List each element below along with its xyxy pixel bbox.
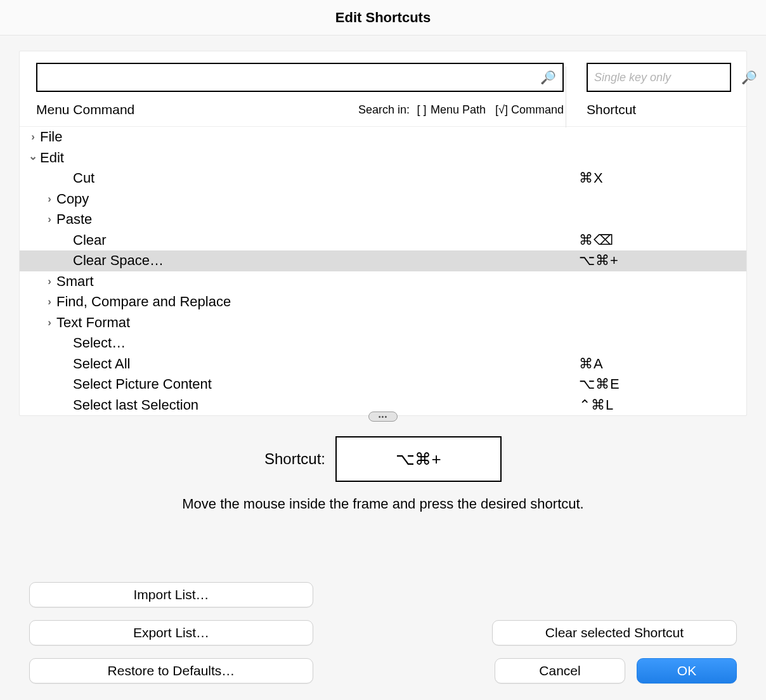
cancel-button[interactable]: Cancel: [495, 658, 625, 684]
shortcut-search-box[interactable]: 🔍: [587, 63, 731, 92]
tree-row[interactable]: Edit: [20, 148, 746, 169]
command-name: Smart: [56, 271, 579, 292]
search-in-label: Search in:: [358, 103, 410, 116]
window-title: Edit Shortcuts: [0, 0, 766, 36]
tree-row[interactable]: Find, Compare and Replace: [20, 292, 746, 313]
ok-button[interactable]: OK: [637, 658, 737, 684]
resize-handle[interactable]: •••: [0, 412, 766, 420]
menu-search-input[interactable]: [44, 64, 540, 91]
search-icon: 🔍: [540, 70, 556, 85]
search-in-controls: Search in: [ ] Menu Path [√] Command: [358, 103, 564, 117]
tree-row[interactable]: Select…: [20, 333, 746, 354]
tree-row[interactable]: File: [20, 127, 746, 148]
tree-row[interactable]: Clear⌘⌫: [20, 230, 746, 251]
chevron-down-icon[interactable]: [26, 148, 40, 169]
command-name: File: [40, 127, 579, 148]
command-name: Paste: [56, 209, 579, 230]
chevron-right-icon[interactable]: [42, 189, 56, 210]
shortcut-hint: Move the mouse inside the frame and pres…: [182, 496, 583, 512]
tree-row[interactable]: Copy: [20, 189, 746, 210]
command-name: Select Picture Content: [73, 374, 579, 395]
menu-path-label[interactable]: Menu Path: [431, 103, 486, 116]
import-button[interactable]: Import List…: [29, 582, 313, 607]
command-name: Clear: [73, 230, 579, 251]
export-button[interactable]: Export List…: [29, 620, 313, 645]
chevron-right-icon[interactable]: [26, 127, 40, 148]
shortcut-field-label: Shortcut:: [264, 450, 325, 468]
shortcut-header: Shortcut: [587, 102, 636, 117]
tree-row[interactable]: Select All⌘A: [20, 354, 746, 375]
tree-row[interactable]: Text Format: [20, 313, 746, 334]
command-name: Copy: [56, 189, 579, 210]
command-label[interactable]: Command: [511, 103, 564, 116]
shortcuts-panel: 🔍 🔍 Menu Command Search in: [ ] Menu Pat…: [19, 51, 747, 416]
shortcut-capture-field[interactable]: ⌥⌘+: [335, 436, 502, 482]
command-name: Find, Compare and Replace: [56, 292, 579, 313]
command-shortcut: ⌘A: [579, 354, 731, 375]
command-shortcut: ⌘X: [579, 168, 731, 189]
menu-path-checkbox[interactable]: [ ]: [416, 103, 427, 117]
search-icon: 🔍: [741, 70, 757, 85]
command-name: Edit: [40, 148, 579, 169]
chevron-right-icon[interactable]: [42, 292, 56, 313]
menu-command-header: Menu Command: [36, 102, 134, 117]
menu-search-box[interactable]: 🔍: [36, 63, 564, 92]
tree-row[interactable]: Paste: [20, 209, 746, 230]
restore-button[interactable]: Restore to Defaults…: [29, 658, 313, 684]
tree-row[interactable]: Cut⌘X: [20, 168, 746, 189]
command-checkbox[interactable]: [√]: [495, 103, 508, 117]
command-name: Text Format: [56, 313, 579, 334]
chevron-right-icon[interactable]: [42, 271, 56, 292]
command-shortcut: ⌘⌫: [579, 230, 731, 251]
shortcut-search-input[interactable]: [594, 64, 741, 91]
command-name: Select…: [73, 333, 579, 354]
clear-shortcut-button[interactable]: Clear selected Shortcut: [492, 620, 737, 645]
tree-row[interactable]: Clear Space…⌥⌘+: [20, 250, 746, 271]
command-shortcut: ⌥⌘+: [579, 250, 731, 271]
command-name: Clear Space…: [73, 250, 579, 271]
chevron-right-icon[interactable]: [42, 209, 56, 230]
shortcut-tree[interactable]: FileEditCut⌘XCopyPasteClear⌘⌫Clear Space…: [20, 126, 746, 415]
ellipsis-icon: •••: [368, 412, 398, 422]
command-shortcut: ⌥⌘E: [579, 374, 731, 395]
tree-row[interactable]: Select Picture Content⌥⌘E: [20, 374, 746, 395]
tree-row[interactable]: Smart: [20, 271, 746, 292]
command-name: Select All: [73, 354, 579, 375]
chevron-right-icon[interactable]: [42, 313, 56, 334]
command-name: Cut: [73, 168, 579, 189]
